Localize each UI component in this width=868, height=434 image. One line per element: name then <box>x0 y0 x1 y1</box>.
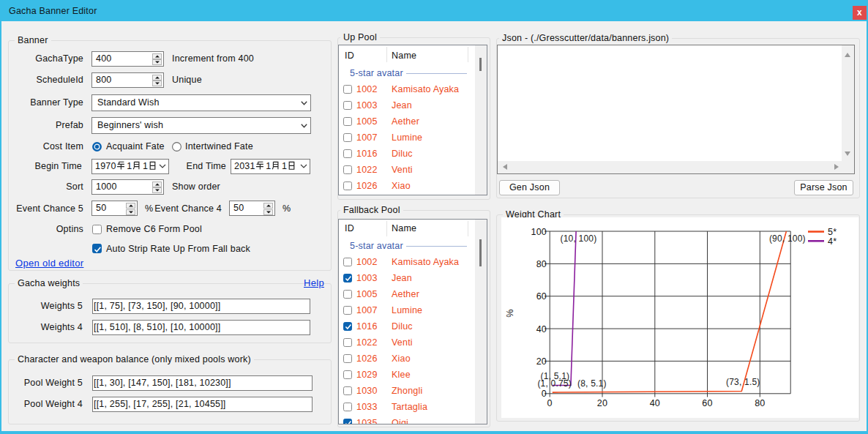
svg-text:0: 0 <box>542 389 547 399</box>
svg-text:100: 100 <box>531 227 547 237</box>
svg-text:0: 0 <box>547 398 553 408</box>
svg-text:4*: 4* <box>828 236 837 247</box>
svg-text:80: 80 <box>755 398 765 408</box>
svg-text:20: 20 <box>536 356 547 367</box>
svg-text:20: 20 <box>597 398 607 408</box>
svg-text:(8, 5.1): (8, 5.1) <box>577 378 607 389</box>
svg-text:40: 40 <box>536 324 547 334</box>
svg-text:(73, 1.5): (73, 1.5) <box>726 377 760 387</box>
svg-text:%: % <box>505 309 515 317</box>
svg-text:(90, 100): (90, 100) <box>769 233 806 244</box>
svg-text:(1, 0.75): (1, 0.75) <box>537 378 572 389</box>
svg-text:(10, 100): (10, 100) <box>561 233 597 244</box>
svg-text:60: 60 <box>702 398 712 408</box>
svg-text:80: 80 <box>536 259 547 269</box>
svg-text:40: 40 <box>650 398 660 408</box>
svg-text:60: 60 <box>536 291 547 302</box>
